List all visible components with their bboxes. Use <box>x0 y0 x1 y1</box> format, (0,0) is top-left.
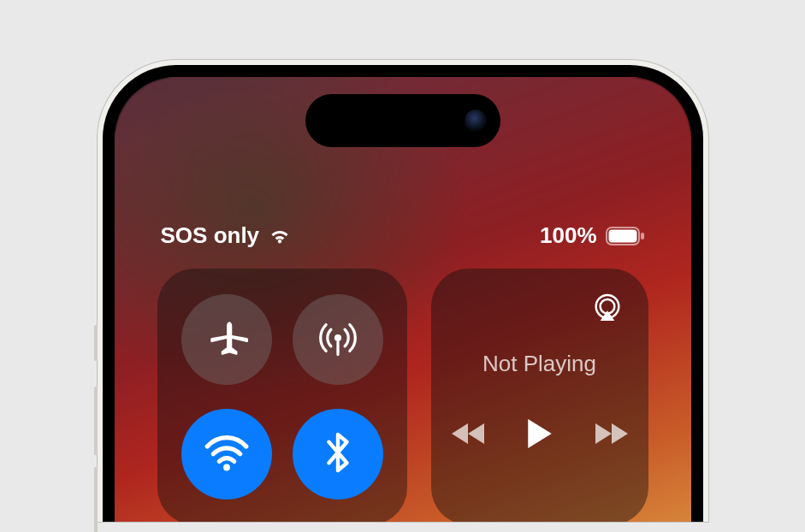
carrier-text: SOS only <box>161 222 260 249</box>
control-center-row: Not Playing <box>115 269 691 522</box>
phone-bezel: SOS only 100% <box>103 65 703 522</box>
wifi-toggle[interactable] <box>181 409 272 499</box>
connectivity-panel[interactable] <box>157 269 407 522</box>
airplane-icon <box>205 316 248 363</box>
front-camera-icon <box>465 109 487 132</box>
page-background: SOS only 100% <box>0 0 805 532</box>
dynamic-island <box>305 94 500 147</box>
airplay-button[interactable] <box>587 289 628 330</box>
now-playing-text: Not Playing <box>431 351 648 377</box>
side-button-volume-down <box>94 467 98 532</box>
svg-point-3 <box>334 334 340 341</box>
svg-rect-1 <box>608 229 636 242</box>
side-button-action <box>94 325 98 361</box>
bluetooth-icon <box>319 429 357 480</box>
rewind-button[interactable] <box>450 421 488 450</box>
media-panel[interactable]: Not Playing <box>431 269 648 522</box>
cellular-data-toggle[interactable] <box>293 294 383 385</box>
phone-screen: SOS only 100% <box>115 77 691 522</box>
status-bar-right: 100% <box>540 222 645 249</box>
status-bar-left: SOS only <box>161 222 293 249</box>
forward-icon <box>592 421 630 450</box>
play-button[interactable] <box>525 417 554 453</box>
antenna-icon <box>316 316 360 364</box>
forward-button[interactable] <box>592 421 630 450</box>
bluetooth-toggle[interactable] <box>293 409 383 499</box>
media-controls <box>431 417 648 453</box>
side-button-volume-up <box>94 387 98 455</box>
svg-rect-4 <box>336 340 339 356</box>
battery-icon <box>606 227 645 245</box>
airplane-mode-toggle[interactable] <box>181 294 272 385</box>
airplay-icon <box>590 291 624 328</box>
play-icon <box>525 417 554 453</box>
wifi-icon <box>203 429 251 480</box>
wifi-icon <box>268 227 292 245</box>
status-bar: SOS only 100% <box>115 222 691 249</box>
phone-frame: SOS only 100% <box>98 60 708 522</box>
svg-point-5 <box>223 464 230 471</box>
rewind-icon <box>450 421 488 450</box>
svg-rect-2 <box>641 233 644 239</box>
battery-percent-text: 100% <box>540 222 597 249</box>
